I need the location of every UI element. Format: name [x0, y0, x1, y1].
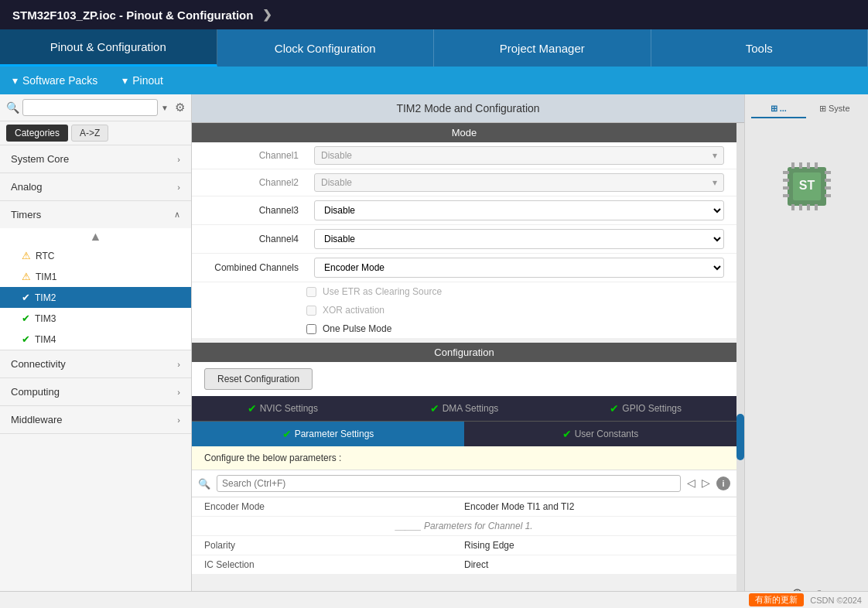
xor-label: XOR activation	[323, 305, 384, 316]
channel4-row: Channel4 Disable	[192, 225, 736, 254]
tab-user-constants[interactable]: ✔ User Constants	[464, 422, 736, 446]
param-row-polarity: Polarity Rising Edge	[192, 536, 736, 555]
channel1-label: Channel1	[204, 150, 305, 161]
scroll-thumb[interactable]	[736, 414, 744, 460]
dropdown-arrow-icon[interactable]: ▼	[161, 104, 169, 112]
tab-project-manager[interactable]: Project Manager	[434, 29, 651, 67]
search-icon-param: 🔍	[198, 478, 210, 490]
sidebar-section-header-computing[interactable]: Computing ›	[0, 378, 191, 405]
chevron-right-icon-connectivity: ›	[177, 360, 180, 369]
one-pulse-checkbox[interactable]	[306, 324, 316, 334]
svg-rect-6	[815, 162, 818, 169]
svg-rect-5	[807, 162, 810, 169]
search-bar: 🔍 ▼ ⚙	[0, 94, 191, 121]
tab-a-z[interactable]: A->Z	[71, 125, 108, 142]
sub-nav: ▾ Software Packs ▾ Pinout	[0, 67, 868, 94]
next-icon[interactable]: ▷	[702, 476, 710, 490]
top-nav: Pinout & Configuration Clock Configurati…	[0, 29, 868, 67]
config-section-title: Configuration	[192, 343, 736, 362]
use-etr-row: Use ETR as Clearing Source	[192, 282, 736, 301]
param-search-row: 🔍 ◁ ▷ i	[192, 470, 736, 497]
xor-checkbox[interactable]	[306, 306, 316, 316]
reset-config-button[interactable]: Reset Configuration	[204, 368, 313, 390]
content-header: TIM2 Mode and Configuration	[192, 94, 744, 123]
dropdown-arrow-icon-ch2: ▾	[713, 177, 717, 188]
combined-channels-row: Combined Channels Encoder Mode	[192, 254, 736, 282]
sidebar-section-timers: Timers ∧ ▲ ⚠ RTC ⚠ TIM1 ✔ TIM2	[0, 201, 191, 350]
sidebar-section-header-timers[interactable]: Timers ∧	[0, 201, 191, 228]
combined-channels-select[interactable]: Encoder Mode	[314, 258, 724, 278]
right-panel: ⊞ ... ⊞ Syste ST	[744, 94, 868, 608]
channel3-select[interactable]: Disable	[314, 200, 724, 220]
content-with-scroll: Mode Channel1 Disable ▾	[192, 123, 744, 608]
dropdown-arrow-icon-ch1: ▾	[713, 150, 717, 161]
info-icon[interactable]: i	[716, 476, 730, 490]
one-pulse-row: One Pulse Mode	[192, 319, 736, 338]
tab-clock-config[interactable]: Clock Configuration	[217, 29, 435, 67]
param-row-ic-selection: IC Selection Direct	[192, 555, 736, 575]
collapse-arrow-icon[interactable]: ▲	[90, 230, 102, 244]
use-etr-checkbox[interactable]	[306, 287, 316, 297]
chip-svg: ST	[776, 155, 838, 217]
sidebar-item-tim4[interactable]: ✔ TIM4	[0, 329, 191, 350]
warning-icon-rtc: ⚠	[22, 250, 31, 261]
search-input[interactable]	[22, 99, 158, 116]
sidebar-section-header-middleware[interactable]: Middleware ›	[0, 406, 191, 433]
pinout-arrow-icon: ▾	[122, 74, 128, 87]
sidebar-section-connectivity: Connectivity ›	[0, 350, 191, 378]
param-section-header-ch1: _____ Parameters for Channel 1.	[192, 517, 736, 536]
check-icon-param: ✔	[282, 428, 292, 440]
param-row-encoder-mode: Encoder Mode Encoder Mode TI1 and TI2	[192, 497, 736, 517]
svg-rect-4	[799, 162, 802, 169]
channel4-select[interactable]: Disable	[314, 229, 724, 249]
sub-nav-pinout[interactable]: ▾ Pinout	[122, 74, 163, 87]
main-layout: 🔍 ▼ ⚙ Categories A->Z System Core › Anal…	[0, 94, 868, 608]
tab-nvic-settings[interactable]: ✔ NVIC Settings	[192, 396, 374, 421]
tab-parameter-settings[interactable]: ✔ Parameter Settings	[192, 422, 464, 446]
sidebar-section-header-system-core[interactable]: System Core ›	[0, 145, 191, 172]
chip-icon: ST	[776, 155, 838, 220]
config-section: Configuration Reset Configuration ✔ NVIC…	[192, 343, 736, 575]
tab-gpio-settings[interactable]: ✔ GPIO Settings	[555, 396, 736, 421]
right-tab-system[interactable]: ⊞ Syste	[808, 101, 863, 118]
sidebar-section-header-connectivity[interactable]: Connectivity ›	[0, 350, 191, 377]
channel2-row: Channel2 Disable ▾	[192, 169, 736, 196]
chevron-right-icon: ›	[177, 155, 180, 164]
sidebar-item-tim1[interactable]: ⚠ TIM1	[0, 266, 191, 287]
tab-categories[interactable]: Categories	[6, 125, 68, 142]
param-area: Configure the below parameters : 🔍 ◁ ▷ i	[192, 446, 736, 575]
right-tab-chip[interactable]: ⊞ ...	[751, 101, 806, 118]
configure-text: Configure the below parameters :	[192, 446, 736, 470]
check-icon-gpio: ✔	[610, 402, 619, 415]
tab-tools[interactable]: Tools	[651, 29, 869, 67]
channel2-label: Channel2	[204, 177, 305, 188]
sidebar-section-header-analog[interactable]: Analog ›	[0, 173, 191, 200]
sidebar-item-tim2[interactable]: ✔ TIM2	[0, 287, 191, 308]
prev-icon[interactable]: ◁	[687, 476, 695, 490]
update-notification[interactable]: 有新的更新	[749, 593, 804, 606]
sidebar-item-tim3[interactable]: ✔ TIM3	[0, 308, 191, 329]
svg-rect-17	[825, 186, 831, 190]
gear-icon[interactable]: ⚙	[175, 101, 185, 114]
check-icon-nvic: ✔	[248, 402, 257, 415]
param-search-input[interactable]	[217, 475, 681, 492]
svg-rect-8	[799, 204, 802, 210]
svg-rect-7	[791, 204, 795, 210]
nav-icons: ◁ ▷ i	[687, 476, 730, 490]
svg-rect-13	[783, 186, 789, 190]
tab-dma-settings[interactable]: ✔ DMA Settings	[374, 396, 555, 421]
use-etr-label: Use ETR as Clearing Source	[323, 286, 442, 297]
tab-pinout-config[interactable]: Pinout & Configuration	[0, 29, 217, 67]
check-icon-user: ✔	[562, 428, 572, 440]
sidebar-section-computing: Computing ›	[0, 378, 191, 406]
sidebar-item-rtc[interactable]: ⚠ RTC	[0, 245, 191, 266]
svg-rect-14	[783, 194, 789, 197]
sidebar-section-analog: Analog ›	[0, 173, 191, 201]
combined-channels-label: Combined Channels	[204, 262, 305, 273]
channel4-label: Channel4	[204, 234, 305, 244]
search-icon: 🔍	[6, 101, 19, 114]
sub-nav-software-packs[interactable]: ▾ Software Packs	[12, 74, 97, 87]
check-icon-dma: ✔	[430, 402, 439, 415]
vertical-scrollbar[interactable]	[736, 123, 744, 608]
xor-row: XOR activation	[192, 301, 736, 319]
